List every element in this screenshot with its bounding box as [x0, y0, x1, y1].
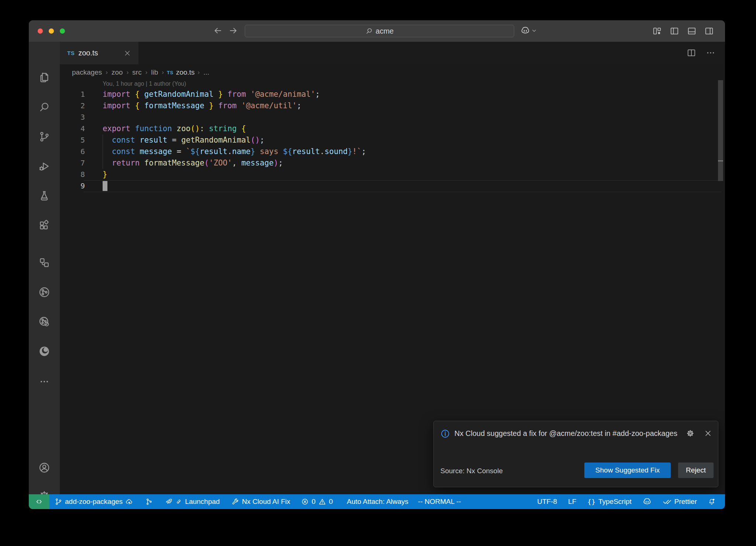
zoom-window-button[interactable] [60, 28, 65, 34]
launchpad-label: Launchpad [185, 498, 220, 506]
breadcrumb-item-lib[interactable]: lib [150, 68, 159, 76]
nx-console-icon[interactable] [38, 286, 50, 298]
current-line-border-bottom [83, 192, 721, 192]
toggle-panel-button[interactable] [687, 26, 697, 36]
navigate-forward-icon[interactable] [228, 25, 238, 36]
code-line-4[interactable]: 4export function zoo(): string { [60, 123, 725, 134]
copilot-status-item[interactable] [643, 497, 652, 506]
error-count: 0 [312, 498, 316, 506]
code-text: const message = `${result.name} says ${r… [103, 146, 366, 157]
search-icon[interactable] [38, 101, 50, 113]
bell-dot-icon [708, 498, 715, 505]
launchpad-item[interactable]: Launchpad [165, 498, 220, 506]
editor-tab-strip: TS zoo.ts [60, 42, 725, 64]
line-number[interactable]: 4 [60, 123, 85, 134]
breadcrumb-file[interactable]: TSzoo.ts [167, 68, 195, 76]
customize-layout-button[interactable] [652, 26, 662, 36]
breadcrumb-file-label: zoo.ts [176, 68, 195, 76]
branch-name: add-zoo-packages [65, 498, 123, 506]
remote-icon [35, 498, 43, 506]
code-line-1[interactable]: 1import { getRandomAnimal } from '@acme/… [60, 89, 725, 100]
vim-block-cursor [103, 181, 107, 191]
notifications-item[interactable] [708, 498, 715, 505]
toggle-secondary-sidebar-button[interactable] [704, 26, 714, 36]
problems-item[interactable]: 0 0 [301, 498, 333, 506]
breadcrumb: packages›zoo›src›lib›TSzoo.ts›... [60, 64, 725, 81]
activity-bar [29, 42, 60, 494]
vim-mode-item[interactable]: -- NORMAL -- [418, 498, 461, 506]
line-number[interactable]: 6 [60, 146, 85, 157]
code-line-5[interactable]: 5 const result = getRandomAnimal(); [60, 134, 725, 146]
title-bar: acme [29, 20, 725, 42]
git-branch-item[interactable]: add-zoo-packages [55, 498, 133, 506]
account-icon[interactable] [38, 462, 50, 474]
code-line-7[interactable]: 7 return formatMessage('ZOO', message); [60, 157, 725, 169]
warning-count: 0 [329, 498, 333, 506]
info-icon [440, 429, 450, 438]
copilot-menu-button[interactable] [520, 26, 537, 35]
line-number[interactable]: 7 [60, 157, 85, 169]
code-text: import { getRandomAnimal } from '@acme/a… [103, 89, 320, 100]
editor-more-actions-button[interactable] [706, 48, 715, 58]
breadcrumb-item-packages[interactable]: packages [71, 68, 103, 76]
line-number[interactable]: 3 [60, 112, 85, 123]
link-icon [176, 499, 182, 505]
toggle-primary-sidebar-button[interactable] [670, 26, 679, 36]
search-value: acme [376, 27, 394, 35]
eol-label: LF [568, 498, 576, 506]
auto-attach-item[interactable]: Auto Attach: Always [347, 498, 408, 506]
close-window-button[interactable] [38, 28, 43, 34]
notification-close-icon[interactable] [704, 429, 712, 437]
prettier-item[interactable]: Prettier [663, 497, 697, 506]
breadcrumb-trailing-ellipsis[interactable]: ... [203, 68, 210, 76]
typescript-file-icon: TS [167, 70, 173, 75]
publish-changes-icon [126, 498, 133, 505]
minimize-window-button[interactable] [49, 28, 54, 34]
line-number[interactable]: 8 [60, 169, 85, 180]
current-line-border-top [83, 180, 721, 181]
project-graph-icon[interactable] [38, 257, 50, 269]
language-label: TypeScript [598, 498, 632, 506]
remote-indicator[interactable] [29, 494, 49, 509]
line-number[interactable]: 1 [60, 89, 85, 100]
code-line-8[interactable]: 8} [60, 169, 725, 180]
command-center-search[interactable]: acme [245, 25, 514, 37]
run-debug-icon[interactable] [38, 160, 50, 172]
nx-fix-label: Nx Cloud AI Fix [242, 498, 290, 506]
language-mode-item[interactable]: {} TypeScript [587, 498, 631, 506]
nx-cloud-icon[interactable] [38, 316, 50, 328]
explorer-icon[interactable] [38, 72, 50, 83]
extensions-icon[interactable] [38, 219, 50, 231]
vim-mode-label: -- NORMAL -- [418, 498, 461, 506]
code-text: } [103, 169, 107, 180]
reject-button[interactable]: Reject [678, 463, 714, 478]
split-editor-button[interactable] [687, 48, 696, 58]
edge-browser-icon[interactable] [38, 345, 50, 357]
close-tab-icon[interactable] [124, 50, 131, 57]
line-number[interactable]: 2 [60, 100, 85, 112]
rocket-icon [165, 498, 173, 505]
warnings-icon [319, 498, 326, 505]
code-line-2[interactable]: 2import { formatMessage } from '@acme/ut… [60, 100, 725, 112]
tab-zoo-ts[interactable]: TS zoo.ts [60, 42, 138, 64]
eol-item[interactable]: LF [568, 498, 576, 506]
testing-icon[interactable] [38, 190, 50, 202]
breadcrumb-separator: › [124, 69, 132, 76]
show-suggested-fix-button[interactable]: Show Suggested Fix [584, 463, 671, 478]
source-control-icon[interactable] [38, 131, 50, 143]
line-number[interactable]: 9 [60, 180, 85, 192]
code-line-9[interactable]: 9 [60, 180, 725, 192]
code-line-6[interactable]: 6 const message = `${result.name} says $… [60, 146, 725, 157]
encoding-item[interactable]: UTF-8 [537, 498, 557, 506]
source-control-graph-item[interactable] [145, 498, 153, 505]
navigate-back-icon[interactable] [213, 25, 223, 36]
breadcrumb-item-src[interactable]: src [131, 68, 142, 76]
more-icon[interactable] [38, 376, 50, 388]
formatter-label: Prettier [674, 498, 697, 506]
editor-scrollbar-thumb[interactable] [718, 80, 723, 181]
nx-cloud-ai-fix-item[interactable]: Nx Cloud AI Fix [231, 498, 290, 506]
line-number[interactable]: 5 [60, 134, 85, 146]
notification-settings-icon[interactable] [686, 429, 694, 437]
breadcrumb-item-zoo[interactable]: zoo [111, 68, 124, 76]
code-line-3[interactable]: 3 [60, 112, 725, 123]
